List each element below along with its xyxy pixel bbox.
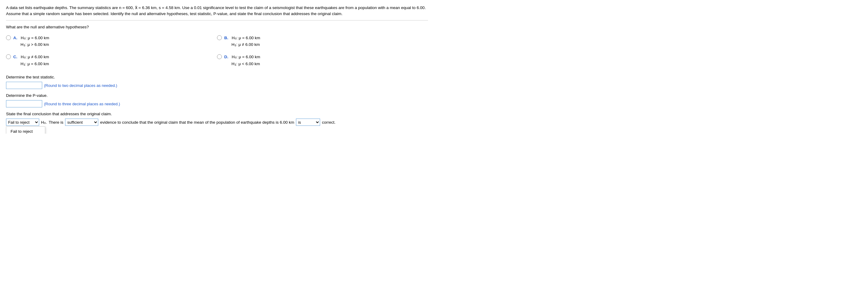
reject-dropdown[interactable]: Fail to reject Reject xyxy=(6,119,39,126)
p-value-label: Determine the P-value. xyxy=(6,93,428,98)
option-c-h0: H₀: μ ≠ 6.00 km xyxy=(21,55,49,59)
option-b-h0: H₀: μ = 6.00 km xyxy=(232,36,260,40)
there-is-text: There is xyxy=(49,120,64,124)
option-d-h1: H₁: μ < 6.00 km xyxy=(231,61,260,66)
p-value-section: Determine the P-value. (Round to three d… xyxy=(6,93,428,107)
correct-dropdown[interactable]: is is not xyxy=(296,119,320,126)
option-d: D. H₀: μ = 6.00 km H₁: μ < 6.00 km xyxy=(217,53,428,69)
evidence-dropdown[interactable]: sufficient insufficient xyxy=(65,119,98,126)
option-a-h1: H₁: μ > 6.00 km xyxy=(21,42,49,47)
suffix-text: correct. xyxy=(322,120,336,124)
test-statistic-input[interactable] xyxy=(6,82,42,89)
h0-dropdown-wrapper: Fail to reject Reject Fail to reject Rej… xyxy=(6,119,39,126)
p-value-hint: (Round to three decimal places as needed… xyxy=(44,102,120,106)
radio-c[interactable] xyxy=(6,54,11,59)
hypotheses-grid: A. H₀: μ = 6.00 km H₁: μ > 6.00 km B. H₀… xyxy=(6,33,428,69)
hypotheses-question: What are the null and alternative hypoth… xyxy=(6,25,428,29)
option-b: B. H₀: μ = 6.00 km H₁: μ ≠ 6.00 km xyxy=(217,33,428,50)
option-a-h0: H₀: μ = 6.00 km xyxy=(21,36,49,40)
conclusion-section: State the final conclusion that addresse… xyxy=(6,112,428,126)
radio-d[interactable] xyxy=(217,54,222,59)
test-statistic-section: Determine the test statistic. (Round to … xyxy=(6,75,428,89)
option-b-h1: H₁: μ ≠ 6.00 km xyxy=(231,42,260,47)
dropdown-item-fail-to-reject[interactable]: Fail to reject xyxy=(6,127,45,134)
middle-text: evidence to conclude that the original c… xyxy=(100,120,294,124)
dropdown-menu: Fail to reject Reject xyxy=(6,126,45,134)
test-statistic-hint: (Round to two decimal places as needed.) xyxy=(44,83,117,88)
option-a: A. H₀: μ = 6.00 km H₁: μ > 6.00 km xyxy=(6,33,217,50)
option-c-h1: H₁: μ = 6.00 km xyxy=(21,61,49,66)
option-b-letter: B. xyxy=(224,36,228,40)
test-statistic-label: Determine the test statistic. xyxy=(6,75,428,79)
option-d-h0: H₀: μ = 6.00 km xyxy=(232,55,260,59)
option-c-letter: C. xyxy=(13,55,18,59)
conclusion-label: State the final conclusion that addresse… xyxy=(6,112,428,116)
option-d-letter: D. xyxy=(224,55,228,59)
p-value-input[interactable] xyxy=(6,100,42,107)
radio-b[interactable] xyxy=(217,35,222,40)
radio-a[interactable] xyxy=(6,35,11,40)
option-c: C. H₀: μ ≠ 6.00 km H₁: μ = 6.00 km xyxy=(6,53,217,69)
h0-label: H₀. xyxy=(41,120,47,124)
problem-text: A data set lists earthquake depths. The … xyxy=(6,5,428,21)
option-a-letter: A. xyxy=(13,36,18,40)
